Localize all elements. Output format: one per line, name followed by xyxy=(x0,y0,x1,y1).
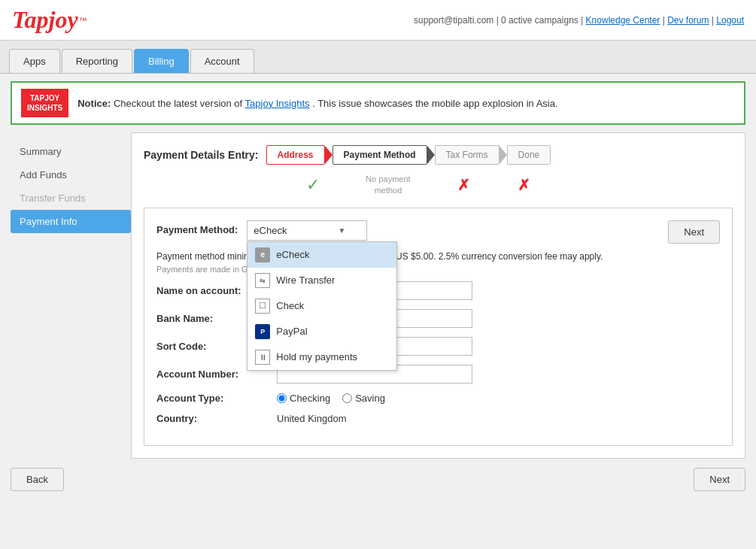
next-button-bottom[interactable]: Next xyxy=(694,468,745,491)
payment-details-title: Payment Details Entry: xyxy=(144,149,259,161)
bottom-bar: Back Next xyxy=(11,468,745,499)
sidebar-item-add-funds[interactable]: Add Funds xyxy=(11,163,131,187)
form-section: Payment Method: eCheck ▼ e eCheck xyxy=(144,208,733,446)
dropdown-label-hold: Hold my payments xyxy=(276,351,357,362)
dropdown-item-paypal[interactable]: P PayPal xyxy=(247,319,396,344)
user-email: support@tipalti.com | 0 active campaigns… xyxy=(414,15,583,26)
checking-option[interactable]: Checking xyxy=(277,393,330,404)
account-number-row: Account Number: xyxy=(156,365,720,384)
main-layout: Summary Add Funds Transfer Funds Payment… xyxy=(11,132,745,459)
dropdown-item-hold[interactable]: ⏸ Hold my payments xyxy=(247,344,396,370)
dropdown-label-check: Check xyxy=(276,300,304,311)
country-label: Country: xyxy=(156,413,277,424)
back-button[interactable]: Back xyxy=(11,468,64,491)
step-arrow-3 xyxy=(499,146,507,164)
tapjoy-insights-logo: TAPJOY INSIGHTS xyxy=(21,89,68,117)
check-box-icon: ☐ xyxy=(255,299,270,314)
logo-trademark: ™ xyxy=(79,16,87,25)
dropdown-label-wire: Wire Transfer xyxy=(276,274,335,286)
notice-suffix: . This issue showcases the mobile app ex… xyxy=(312,98,557,109)
paypal-icon: P xyxy=(255,324,270,339)
notice-prefix: Notice: xyxy=(77,98,111,109)
tab-billing[interactable]: Billing xyxy=(134,49,189,73)
header-info: support@tipalti.com | 0 active campaigns… xyxy=(414,15,744,26)
next-button-top[interactable]: Next xyxy=(668,220,720,244)
sidebar: Summary Add Funds Transfer Funds Payment… xyxy=(11,132,131,459)
saving-option[interactable]: Saving xyxy=(342,393,385,404)
x-icon-2: ✗ xyxy=(518,177,530,193)
logo: Tapjoy ™ xyxy=(12,6,87,34)
sidebar-item-summary[interactable]: Summary xyxy=(11,140,131,163)
step-arrow-1 xyxy=(325,146,332,164)
dropdown-label-paypal: PayPal xyxy=(276,326,307,337)
step-tax-forms: Tax Forms xyxy=(435,145,499,165)
dropdown-menu: e eCheck ⇆ Wire Transfer ☐ Che xyxy=(247,241,397,371)
step-indicator-payment: No paymentmethod xyxy=(347,174,430,197)
step-done: Done xyxy=(507,145,551,165)
notice-logo-line1: TAPJOY xyxy=(27,93,62,103)
dropdown-label-echeck: eCheck xyxy=(276,249,309,260)
country-row: Country: United Kingdom xyxy=(156,413,720,424)
knowledge-center-link[interactable]: Knowledge Center xyxy=(586,15,660,26)
step-arrow-2 xyxy=(427,146,435,164)
payment-method-select-wrapper: eCheck ▼ e eCheck ⇆ xyxy=(247,220,367,241)
step-address: Address xyxy=(266,145,325,165)
notice-banner: TAPJOY INSIGHTS Notice: Checkout the lat… xyxy=(11,81,745,125)
x-icon-1: ✗ xyxy=(457,177,470,193)
dropdown-item-wire-transfer[interactable]: ⇆ Wire Transfer xyxy=(247,268,396,293)
payment-method-row: Payment Method: eCheck ▼ e eCheck xyxy=(156,220,720,244)
payment-method-label: Payment Method: xyxy=(156,220,238,235)
payment-method-select[interactable]: eCheck ▼ xyxy=(247,220,367,241)
name-on-account-row: Name on account: xyxy=(156,281,720,300)
header: Tapjoy ™ support@tipalti.com | 0 active … xyxy=(0,0,756,41)
step-payment-method: Payment Method xyxy=(332,145,427,165)
dev-forum-link[interactable]: Dev forum xyxy=(667,15,709,26)
checking-radio[interactable] xyxy=(277,393,287,403)
dropdown-item-echeck[interactable]: e eCheck xyxy=(247,242,396,268)
logout-link[interactable]: Logout xyxy=(716,15,744,26)
transaction-note: Payment method minimum US $20.00. Wire T… xyxy=(156,251,720,262)
step-indicator-address: ✓ xyxy=(279,175,347,195)
pause-icon: ⏸ xyxy=(255,350,270,365)
tabs-bar: Apps Reporting Billing Account xyxy=(0,41,756,74)
bank-name-row: Bank Name: xyxy=(156,309,720,328)
account-type-options: Checking Saving xyxy=(277,393,385,404)
tab-apps[interactable]: Apps xyxy=(9,49,60,73)
sidebar-item-transfer-funds: Transfer Funds xyxy=(11,187,131,210)
notice-logo-line2: INSIGHTS xyxy=(27,103,62,113)
wire-transfer-icon: ⇆ xyxy=(255,273,270,288)
saving-label: Saving xyxy=(355,393,385,404)
gbp-note: Payments are made in GBP. xyxy=(156,265,720,274)
saving-radio[interactable] xyxy=(342,393,352,403)
notice-body: Checkout the latest version of xyxy=(114,98,245,109)
selected-method-text: eCheck xyxy=(254,225,287,236)
logo-text: Tapjoy xyxy=(12,6,78,34)
check-icon: ✓ xyxy=(306,175,320,194)
sort-code-row: Sort Code: xyxy=(156,337,720,356)
country-value: United Kingdom xyxy=(277,413,347,424)
no-payment-label: No paymentmethod xyxy=(347,174,430,197)
step-indicator-tax: ✗ xyxy=(430,176,497,194)
account-type-label: Account Type: xyxy=(156,393,277,404)
dropdown-item-check[interactable]: ☐ Check xyxy=(247,293,396,319)
sidebar-item-payment-info[interactable]: Payment Info xyxy=(11,210,131,233)
notice-text: Notice: Checkout the latest version of T… xyxy=(77,98,557,109)
echeck-icon: e xyxy=(255,247,270,262)
tapjoy-insights-link[interactable]: Tapjoy Insights xyxy=(245,98,310,109)
content-area: Payment Details Entry: Address Payment M… xyxy=(131,132,745,459)
step-indicator-done: ✗ xyxy=(497,176,550,194)
checking-label: Checking xyxy=(290,393,330,404)
tab-reporting[interactable]: Reporting xyxy=(62,49,132,73)
tab-account[interactable]: Account xyxy=(190,49,254,73)
dropdown-arrow-icon: ▼ xyxy=(338,226,345,235)
account-type-row: Account Type: Checking Saving xyxy=(156,393,720,404)
